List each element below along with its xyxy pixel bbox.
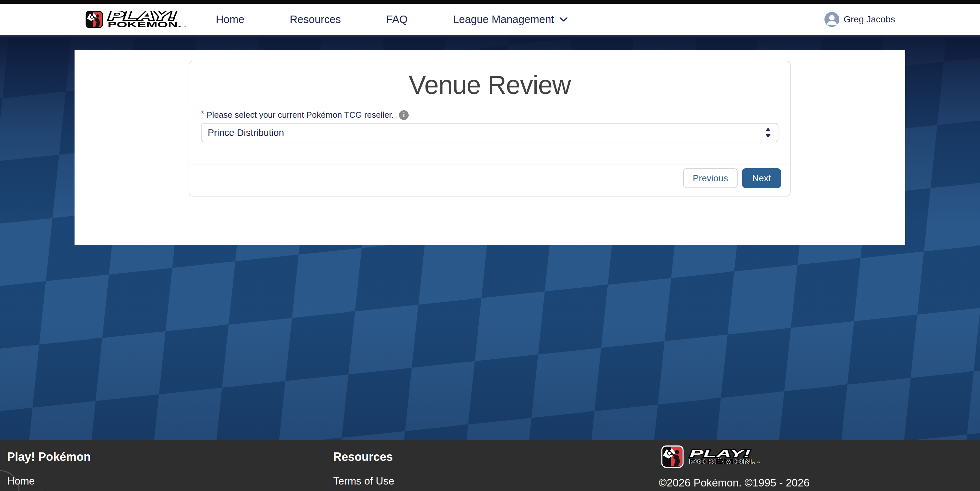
spinner-down-arrow-icon bbox=[765, 134, 771, 138]
footer-play-pokemon-logo-icon bbox=[660, 445, 684, 468]
user-name: Greg Jacobs bbox=[843, 14, 895, 25]
footer-link-terms-of-use[interactable]: Terms of Use bbox=[333, 475, 405, 487]
select-spinner-icon bbox=[765, 128, 771, 138]
user-avatar-icon bbox=[824, 12, 839, 27]
footer-column-resources: Resources Terms of Use Privacy Notice bbox=[333, 440, 405, 491]
chevron-down-icon bbox=[559, 17, 568, 22]
nav-resources[interactable]: Resources bbox=[290, 13, 341, 26]
content-panel: Venue Review * Please select your curren… bbox=[75, 50, 905, 245]
field-label-row: * Please select your current Pokémon TCG… bbox=[201, 110, 778, 120]
card-divider bbox=[189, 164, 790, 164]
person-icon bbox=[824, 12, 839, 27]
footer-logo-pokemon-text: POKÉMON. bbox=[689, 458, 755, 465]
footer-column-play-pokemon: Play! Pokémon Home My Settings bbox=[7, 440, 91, 491]
footer-link-privacy-notice[interactable]: Privacy Notice bbox=[333, 488, 405, 491]
footer-heading-resources: Resources bbox=[333, 450, 405, 464]
footer-heading-play-pokemon: Play! Pokémon bbox=[7, 450, 91, 464]
header: PLAY! POKÉMON. ™ Home Resources FAQ Leag… bbox=[0, 0, 980, 37]
copyright: ©2026 Pokémon. ©1995 - 2026 bbox=[659, 477, 810, 489]
footer: Play! Pokémon Home My Settings Resources… bbox=[0, 440, 980, 491]
footer-logo-trademark: ™ bbox=[757, 461, 760, 464]
main-nav: Home Resources FAQ League Management bbox=[216, 13, 568, 26]
play-pokemon-logo[interactable]: PLAY! POKÉMON. ™ bbox=[86, 11, 189, 28]
reseller-select[interactable]: Prince Distribution bbox=[201, 123, 778, 142]
nav-league-management-label: League Management bbox=[453, 13, 554, 26]
footer-right: PLAY! POKÉMON. ™ ©2026 Pokémon. ©1995 - … bbox=[659, 440, 810, 489]
page-title: Venue Review bbox=[189, 70, 790, 100]
footer-link-my-settings[interactable]: My Settings bbox=[7, 488, 91, 491]
info-icon[interactable]: i bbox=[399, 110, 409, 120]
nav-faq[interactable]: FAQ bbox=[386, 13, 408, 26]
reseller-field: * Please select your current Pokémon TCG… bbox=[201, 110, 778, 142]
svg-text:POKÉMON. ™: POKÉMON. ™ bbox=[108, 20, 186, 28]
svg-text:POKÉMON. ™: POKÉMON. ™ bbox=[689, 458, 760, 465]
top-black-bar bbox=[0, 0, 980, 4]
card-actions: Previous Next bbox=[683, 168, 781, 188]
nav-home[interactable]: Home bbox=[216, 13, 244, 26]
nav-league-management[interactable]: League Management bbox=[453, 13, 568, 26]
reseller-select-value: Prince Distribution bbox=[208, 128, 284, 138]
footer-play-pokemon-logo: PLAY! POKÉMON. ™ bbox=[660, 445, 810, 468]
footer-play-pokemon-logo-text: PLAY! POKÉMON. ™ bbox=[688, 446, 762, 467]
play-pokemon-logo-text: PLAY! POKÉMON. ™ bbox=[107, 11, 189, 28]
field-label: Please select your current Pokémon TCG r… bbox=[207, 110, 394, 120]
info-icon-glyph: i bbox=[403, 111, 405, 119]
user-menu[interactable]: Greg Jacobs bbox=[824, 12, 895, 27]
spinner-up-arrow-icon bbox=[765, 128, 771, 131]
play-pokemon-logo-icon bbox=[86, 11, 103, 28]
venue-review-card: Venue Review * Please select your curren… bbox=[189, 61, 791, 196]
logo-trademark: ™ bbox=[183, 25, 186, 28]
required-marker: * bbox=[201, 109, 205, 119]
previous-button[interactable]: Previous bbox=[683, 168, 738, 188]
logo-pokemon-text: POKÉMON. bbox=[108, 20, 181, 28]
footer-link-home[interactable]: Home bbox=[7, 475, 91, 487]
next-button[interactable]: Next bbox=[742, 168, 781, 188]
header-inner: PLAY! POKÉMON. ™ Home Resources FAQ Leag… bbox=[0, 4, 980, 35]
